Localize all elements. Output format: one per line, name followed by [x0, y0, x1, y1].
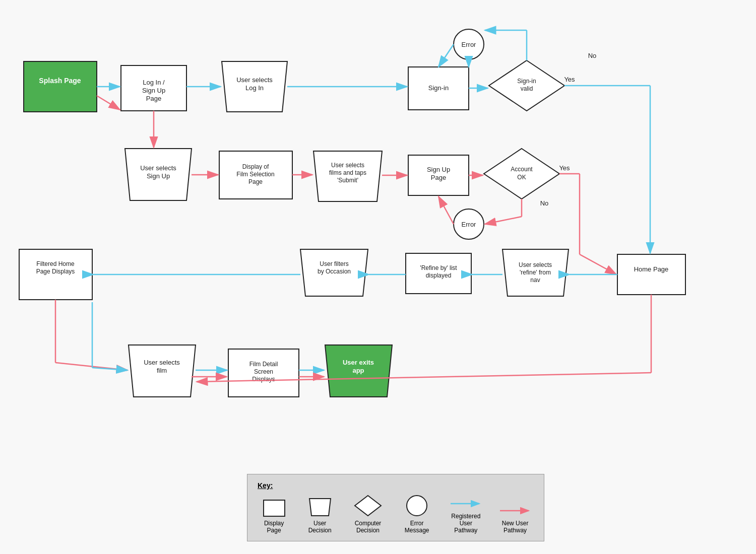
svg-point-13 [454, 209, 484, 239]
svg-text:Sign Up: Sign Up [427, 166, 450, 173]
svg-rect-15 [121, 65, 186, 111]
svg-rect-20 [406, 253, 471, 294]
svg-text:Sign-in: Sign-in [517, 78, 536, 85]
svg-rect-17 [219, 151, 292, 199]
svg-rect-18 [408, 155, 469, 195]
svg-text:Splash Page: Splash Page [39, 77, 81, 85]
svg-text:Page: Page [248, 178, 263, 185]
svg-point-12 [454, 29, 484, 59]
svg-text:Film Detail: Film Detail [249, 361, 278, 368]
svg-text:'refine' from: 'refine' from [520, 269, 551, 276]
svg-line-86 [485, 217, 522, 224]
svg-marker-7 [300, 249, 368, 296]
legend-items: Display Page User Decision Computer Deci… [258, 495, 534, 534]
svg-text:Yes: Yes [564, 76, 575, 83]
svg-text:Sign-in: Sign-in [428, 84, 449, 92]
svg-text:User selects: User selects [144, 359, 180, 366]
svg-marker-10 [489, 60, 564, 111]
svg-marker-104 [355, 496, 381, 516]
svg-text:No: No [540, 199, 549, 207]
legend-blue-arrow: Registered User Pathway [447, 498, 484, 534]
svg-text:by Occasion: by Occasion [318, 268, 351, 275]
svg-marker-4 [125, 149, 192, 200]
legend-diamond-svg [354, 495, 382, 517]
svg-text:Page Displays: Page Displays [36, 268, 75, 275]
svg-line-102 [438, 44, 454, 67]
legend-computer-decision: Computer Decision [349, 495, 387, 534]
svg-rect-22 [228, 349, 299, 397]
svg-text:User filters: User filters [320, 260, 348, 267]
svg-text:film: film [157, 367, 167, 374]
svg-text:User selects: User selects [519, 261, 552, 268]
diagram-container: Splash Page Log In / Sign Up Page User s… [0, 0, 756, 554]
svg-text:No: No [588, 52, 597, 59]
svg-text:Page: Page [431, 174, 446, 181]
svg-text:Sign Up: Sign Up [147, 172, 170, 180]
svg-rect-19 [617, 254, 685, 295]
svg-text:valid: valid [521, 85, 533, 92]
svg-text:User selects: User selects [331, 162, 364, 169]
svg-point-105 [407, 496, 427, 516]
svg-text:app: app [352, 367, 364, 374]
svg-line-84 [580, 254, 616, 274]
svg-text:Account: Account [511, 166, 533, 173]
svg-text:Yes: Yes [559, 164, 570, 172]
legend-display-label: Display Page [258, 520, 290, 534]
svg-line-76 [97, 96, 120, 110]
legend-circle-svg [406, 495, 428, 517]
svg-text:'Refine by' list: 'Refine by' list [420, 264, 457, 271]
legend-blue-label: Registered User Pathway [447, 513, 484, 534]
svg-text:Error: Error [462, 41, 477, 48]
svg-text:Page: Page [146, 95, 161, 102]
legend-pink-arrow-svg [497, 505, 533, 517]
legend-trap-svg [307, 498, 333, 517]
svg-rect-21 [19, 249, 92, 300]
flowchart-svg: Splash Page Log In / Sign Up Page User s… [0, 0, 756, 554]
svg-marker-9 [325, 345, 392, 397]
legend-pink-arrow: New User Pathway [496, 505, 534, 534]
legend-user-label: User Decision [302, 520, 337, 534]
legend-pink-label: New User Pathway [496, 520, 534, 534]
legend-box: Key: Display Page User Decision Computer… [247, 474, 544, 541]
svg-text:User selects: User selects [236, 76, 273, 84]
legend-user-decision: User Decision [302, 498, 337, 534]
svg-text:'Submit': 'Submit' [337, 177, 358, 184]
svg-marker-8 [129, 345, 196, 397]
svg-text:OK: OK [517, 174, 526, 181]
svg-marker-6 [502, 249, 569, 296]
legend-blue-arrow-svg [448, 498, 483, 510]
svg-marker-3 [222, 61, 287, 112]
svg-line-101 [197, 373, 651, 382]
svg-marker-11 [484, 149, 559, 199]
legend-error-label: Error Message [399, 520, 435, 534]
svg-text:nav: nav [530, 276, 540, 284]
svg-text:User selects: User selects [140, 164, 176, 172]
svg-line-93 [55, 363, 128, 370]
svg-text:Displays: Displays [252, 376, 275, 383]
legend-computer-label: Computer Decision [349, 520, 387, 534]
svg-text:Error: Error [462, 221, 477, 228]
svg-text:Sign Up: Sign Up [142, 87, 165, 94]
svg-line-87 [438, 196, 454, 224]
legend-error-message: Error Message [399, 495, 435, 534]
svg-marker-5 [313, 151, 382, 201]
legend-title: Key: [258, 481, 534, 490]
svg-text:User exits: User exits [343, 359, 374, 366]
svg-text:Display of: Display of [242, 163, 269, 170]
svg-text:films and taps: films and taps [329, 169, 366, 176]
svg-text:Screen: Screen [254, 368, 273, 375]
svg-line-95 [92, 368, 128, 370]
svg-text:Filtered Home: Filtered Home [36, 260, 75, 267]
svg-text:Log In /: Log In / [143, 79, 165, 86]
svg-marker-103 [309, 499, 331, 516]
svg-text:Home Page: Home Page [634, 265, 669, 273]
svg-rect-14 [24, 61, 97, 112]
svg-text:Film Selection: Film Selection [236, 171, 274, 178]
svg-text:displayed: displayed [426, 272, 452, 279]
svg-text:Log In: Log In [245, 84, 264, 92]
legend-display-page: Display Page [258, 500, 290, 534]
svg-rect-16 [408, 67, 469, 110]
